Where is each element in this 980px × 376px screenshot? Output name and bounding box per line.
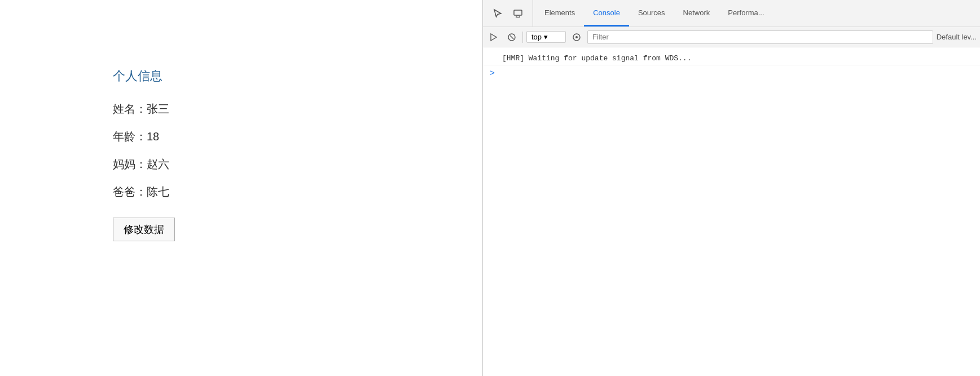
devtools-icon-group — [483, 0, 533, 26]
name-value: 张三 — [147, 103, 169, 115]
default-level-label: Default lev... — [937, 33, 977, 41]
toolbar-separator — [522, 32, 523, 43]
devtools-panel: Elements Console Sources Network Perform… — [482, 0, 980, 376]
webpage-panel: 个人信息 姓名：张三 年龄：18 妈妈：赵六 爸爸：陈七 修改数据 — [0, 0, 482, 376]
age-field: 年龄：18 — [113, 129, 159, 144]
page-title: 个人信息 — [113, 68, 162, 85]
clear-console-icon[interactable] — [504, 30, 519, 45]
dad-field: 爸爸：陈七 — [113, 184, 169, 200]
console-prompt-line[interactable]: > — [483, 65, 980, 81]
console-content: [HMR] Waiting for update signal from WDS… — [483, 47, 980, 376]
svg-rect-0 — [514, 10, 522, 15]
context-dropdown[interactable]: top ▾ — [526, 31, 566, 43]
console-log-hmr: [HMR] Waiting for update signal from WDS… — [483, 52, 980, 65]
svg-line-5 — [510, 36, 513, 39]
mom-field: 妈妈：赵六 — [113, 157, 169, 172]
context-label: top — [531, 33, 542, 41]
devtools-tabs: Elements Console Sources Network Perform… — [533, 0, 776, 26]
svg-marker-3 — [491, 34, 496, 41]
prompt-chevron-icon: > — [490, 69, 495, 78]
device-toolbar-icon[interactable] — [510, 6, 526, 21]
mom-value: 赵六 — [147, 158, 169, 170]
dropdown-arrow-icon: ▾ — [544, 33, 548, 41]
tab-performance[interactable]: Performa... — [719, 0, 773, 26]
mom-label: 妈妈： — [113, 158, 147, 170]
dad-label: 爸爸： — [113, 185, 147, 198]
svg-point-7 — [575, 36, 578, 38]
run-snippet-icon[interactable] — [486, 30, 501, 45]
live-expressions-icon[interactable] — [569, 30, 584, 45]
age-label: 年龄： — [113, 130, 147, 143]
name-field: 姓名：张三 — [113, 101, 169, 117]
log-message: [HMR] Waiting for update signal from WDS… — [502, 54, 691, 63]
inspect-element-icon[interactable] — [490, 6, 506, 21]
filter-input[interactable] — [587, 30, 933, 44]
devtools-top-bar: Elements Console Sources Network Perform… — [483, 0, 980, 27]
console-input[interactable] — [498, 68, 973, 79]
tab-console[interactable]: Console — [584, 0, 629, 26]
console-toolbar: top ▾ Default lev... — [483, 27, 980, 47]
dad-value: 陈七 — [147, 185, 169, 198]
tab-network[interactable]: Network — [674, 0, 719, 26]
age-value: 18 — [147, 130, 159, 143]
tab-sources[interactable]: Sources — [629, 0, 674, 26]
name-label: 姓名： — [113, 103, 147, 115]
modify-data-button[interactable]: 修改数据 — [113, 218, 175, 241]
tab-elements[interactable]: Elements — [535, 0, 584, 26]
